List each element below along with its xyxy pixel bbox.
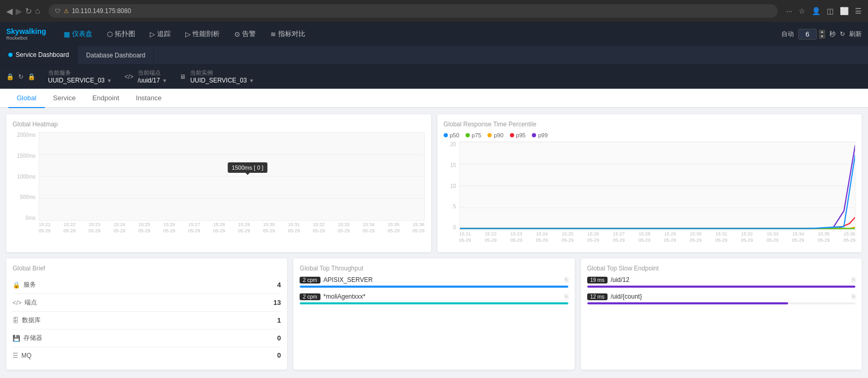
db-brief-label: 数据库 (22, 316, 41, 325)
endpoint-value[interactable]: /uuid/17 ▼ (138, 77, 168, 84)
endpoint-fill-1 (587, 302, 789, 304)
instance-icon: 🖥 (180, 73, 186, 80)
p90-dot (487, 133, 492, 137)
extensions-button[interactable]: ◫ (827, 7, 834, 15)
p95-dot (510, 133, 514, 137)
copy-icon-1[interactable]: ⎘ (565, 293, 568, 300)
nav-profile-label: 性能剖析 (193, 29, 220, 39)
p90-label: p90 (494, 132, 503, 138)
profile-button[interactable]: 👤 (812, 7, 821, 15)
heatmap-body: 1500ms [ 0 ] (39, 132, 425, 221)
service-selector-group[interactable]: 当前服务 UUID_SERVICE_03 ▼ (48, 69, 112, 84)
endpoint-copy-1[interactable]: ⎘ (852, 293, 855, 300)
tab-service[interactable]: Service (45, 89, 84, 108)
x-label-15: 15:3605-29 (412, 222, 424, 237)
nav-compare[interactable]: ≋ 指标对比 (263, 22, 313, 46)
throughput-name-0: APISIX_SERVER (324, 276, 373, 284)
bookmark-button[interactable]: ☆ (799, 7, 805, 15)
refresh-label[interactable]: 刷新 (849, 30, 862, 39)
endpoint-selector-group[interactable]: </> 当前端点 /uuid/17 ▼ (124, 69, 167, 84)
reload-button[interactable]: ↻ (25, 6, 32, 16)
throughput-progress-1 (300, 302, 568, 304)
nav-alarm-label: 告警 (242, 29, 256, 39)
tab-service-dashboard[interactable]: Service Dashboard (0, 46, 78, 64)
endpoint-copy-0[interactable]: ⎘ (852, 276, 855, 284)
topology-icon: ⬡ (107, 30, 113, 38)
r-y-15: 15 (450, 162, 456, 168)
seconds-unit: 秒 (829, 30, 836, 39)
tab-global[interactable]: Global (8, 89, 45, 108)
x-label-10: 15:3105-29 (288, 222, 300, 237)
copy-icon-0[interactable]: ⎘ (565, 276, 568, 284)
menu-button[interactable]: ☰ (855, 7, 862, 15)
main-nav: Global Service Endpoint Instance (0, 89, 868, 108)
back-button[interactable]: ◀ (6, 6, 13, 16)
instance-dropdown-arrow: ▼ (249, 78, 254, 84)
endpoint-dropdown-arrow: ▼ (162, 78, 167, 84)
service-value[interactable]: UUID_SERVICE_03 ▼ (48, 77, 112, 84)
endpoint-brief-icon: </> (13, 299, 21, 306)
p50-dot (444, 133, 448, 137)
mq-brief-icon: ☰ (13, 352, 18, 359)
tab-instance[interactable]: Instance (127, 89, 170, 108)
service-brief-icon: 🔒 (13, 281, 20, 289)
storage-brief-label: 存储器 (23, 334, 42, 342)
maximize-button[interactable]: ⬜ (840, 7, 849, 15)
auto-label: 自动 (781, 30, 794, 39)
service-brief-count: 4 (277, 281, 281, 289)
reload-selector-icon[interactable]: ↻ (18, 73, 23, 80)
response-x-axis: 15:2105-29 15:2205-29 15:2305-29 15:2405… (459, 231, 856, 246)
instance-value[interactable]: UUID_SERVICE_03 ▼ (190, 77, 254, 84)
tab-endpoint[interactable]: Endpoint (84, 89, 127, 108)
heatmap-area: 2000ms 1500ms 1000ms 500ms 0ms 1500ms [ … (13, 132, 425, 237)
nav-alarm[interactable]: ⊙ 告警 (227, 22, 263, 46)
header-right: 自动 ▲ ▼ 秒 ↻ 刷新 (781, 29, 868, 40)
forward-button[interactable]: ▶ (16, 6, 22, 16)
nav-dashboard[interactable]: ▦ 仪表盘 (56, 22, 100, 46)
brief-item-mq: ☰ MQ 0 (13, 347, 281, 363)
instance-selector-group[interactable]: 🖥 当前实例 UUID_SERVICE_03 ▼ (180, 69, 254, 84)
url-bar[interactable]: 🛡 ⚠ 10.110.149.175:8080 (49, 4, 778, 18)
x-label-6: 15:2705-29 (188, 222, 200, 237)
mq-brief-label: MQ (21, 352, 31, 359)
y-label-0: 0ms (26, 215, 35, 221)
profile-nav-icon: ▷ (185, 30, 191, 38)
storage-brief-icon: 💾 (13, 335, 20, 342)
endpoint-brief-label: 端点 (25, 298, 37, 307)
service-label: 当前服务 (48, 69, 112, 77)
throughput-title: Global Top Throughput (300, 265, 568, 272)
home-button[interactable]: ⌂ (35, 6, 40, 16)
global-throughput-card: Global Top Throughput 2 cpm APISIX_SERVE… (293, 258, 574, 370)
x-label-8: 15:2905-29 (238, 222, 250, 237)
lock-icon: 🔒 (6, 73, 14, 80)
main-content-top: Global Heatmap 2000ms 1500ms 1000ms 500m… (0, 108, 868, 258)
nav-topology[interactable]: ⬡ 拓扑图 (100, 22, 142, 46)
x-label-2: 15:2305-29 (89, 222, 101, 237)
throughput-item-0: 2 cpm APISIX_SERVER ⎘ (300, 276, 568, 288)
browser-chrome: ◀ ▶ ↻ ⌂ 🛡 ⚠ 10.110.149.175:8080 ··· ☆ 👤 … (0, 0, 868, 22)
reload-icon[interactable]: ↻ (840, 30, 845, 38)
tab-database-dashboard[interactable]: Database Dashboard (78, 46, 154, 64)
instance-label: 当前实例 (190, 69, 254, 77)
brief-item-service: 🔒 服务 4 (13, 276, 281, 294)
tab-service-dashboard-label: Service Dashboard (16, 51, 69, 58)
decrement-button[interactable]: ▼ (819, 34, 825, 39)
global-brief-card: Global Brief 🔒 服务 4 </> 端点 13 🗄 数据库 1 💾 (6, 258, 287, 370)
trace-icon: ▷ (150, 30, 155, 38)
nav-trace[interactable]: ▷ 追踪 (142, 22, 178, 46)
browser-actions: ··· ☆ 👤 ◫ ⬜ ☰ (786, 7, 862, 15)
increment-button[interactable]: ▲ (819, 30, 825, 34)
cpm-badge-0: 2 cpm (300, 277, 320, 284)
nav-dashboard-label: 仪表盘 (72, 29, 92, 39)
auto-refresh-controls[interactable]: ▲ ▼ (798, 29, 825, 40)
heatmap-svg (39, 133, 424, 220)
nav-profile[interactable]: ▷ 性能剖析 (178, 22, 227, 46)
y-label-500: 500ms (20, 194, 35, 200)
refresh-value-input[interactable] (798, 29, 817, 40)
throughput-fill-0 (300, 286, 568, 288)
throughput-item-1: 2 cpm *moliAgentxxx* ⎘ (300, 293, 568, 304)
more-button[interactable]: ··· (786, 7, 792, 15)
service-dropdown-arrow: ▼ (107, 78, 112, 84)
logo-text: Skywalking (6, 27, 46, 36)
response-chart-area: 20 15 10 5 0 (444, 141, 856, 246)
